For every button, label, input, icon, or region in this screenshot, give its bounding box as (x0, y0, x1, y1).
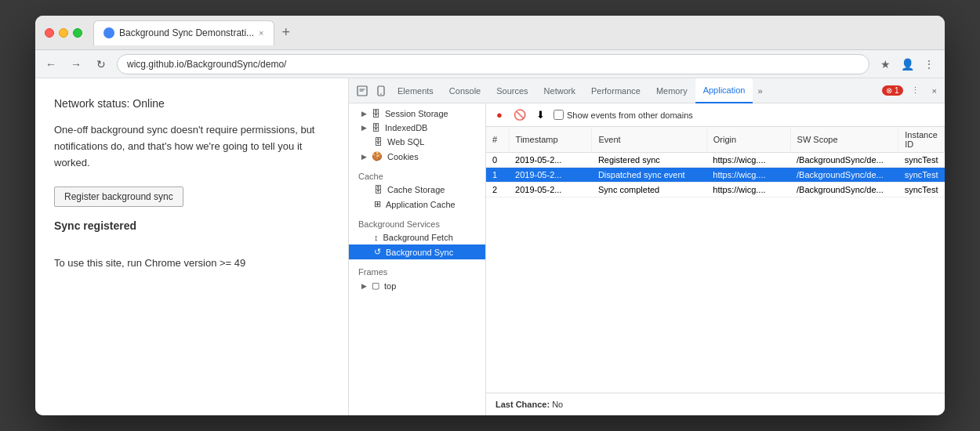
sidebar-icon-cache-storage: 🗄 (374, 185, 383, 194)
col-header-instance-id: Instance ID (898, 127, 945, 153)
bookmark-icon[interactable]: ★ (876, 55, 895, 74)
sidebar-item-indexeddb[interactable]: ▶ 🗄 IndexedDB (349, 121, 485, 135)
arrow-icon: ▶ (361, 282, 367, 290)
sidebar-icon-session: 🗄 (372, 109, 380, 118)
cell-sw-scope: /BackgroundSync/de... (790, 183, 898, 197)
network-status: Network status: Online (54, 97, 329, 110)
sidebar-item-session-storage[interactable]: ▶ 🗄 Session Storage (349, 107, 485, 121)
sidebar-item-cookies[interactable]: ▶ 🍪 Cookies (349, 149, 485, 164)
back-button[interactable]: ← (42, 55, 60, 74)
arrow-icon: ▶ (361, 153, 367, 161)
last-chance-section: Last Chance: No (486, 393, 945, 415)
cell-num: 2 (486, 183, 509, 197)
show-events-text: Show events from other domains (567, 110, 693, 120)
sidebar-icon-frame: ▢ (372, 281, 379, 291)
devtools-panel: Elements Console Sources Network Perform… (349, 78, 945, 415)
tab-console[interactable]: Console (441, 78, 488, 103)
table-row[interactable]: 2 2019-05-2... Sync completed https://wi… (486, 183, 945, 197)
close-button[interactable] (45, 28, 54, 38)
cell-origin: https://wicg.... (706, 153, 790, 168)
arrow-icon: ▶ (361, 110, 367, 118)
devtools-main-panel: ● 🚫 ⬇ Show events from other domains (486, 103, 945, 415)
arrow-icon: ▶ (361, 124, 367, 132)
sync-toolbar: ● 🚫 ⬇ Show events from other domains (486, 103, 945, 127)
storage-section: ▶ 🗄 Session Storage ▶ 🗄 IndexedDB 🗄 (349, 107, 485, 164)
sidebar-label: Cookies (387, 152, 419, 161)
error-badge: ⊗ 1 (882, 85, 902, 96)
forward-button[interactable]: → (67, 55, 85, 74)
sidebar-item-application-cache[interactable]: ⊞ Application Cache (349, 197, 485, 212)
download-button[interactable]: ⬇ (533, 108, 547, 122)
tab-performance[interactable]: Performance (583, 78, 648, 103)
cell-origin: https://wicg.... (706, 168, 790, 183)
profile-icon[interactable]: 👤 (898, 55, 916, 74)
maximize-button[interactable] (73, 28, 82, 38)
sidebar-item-background-sync[interactable]: ↺ Background Sync (349, 244, 485, 259)
sidebar-item-cache-storage[interactable]: 🗄 Cache Storage (349, 183, 485, 197)
cell-sw-scope: /BackgroundSync/de... (790, 168, 898, 183)
sidebar-icon-cookies: 🍪 (372, 151, 383, 161)
sidebar-label: Session Storage (385, 109, 448, 118)
block-button[interactable]: 🚫 (513, 108, 527, 122)
record-button[interactable]: ● (492, 108, 506, 122)
sidebar-item-top-frame[interactable]: ▶ ▢ top (349, 278, 485, 293)
cell-event: Sync completed (592, 183, 706, 197)
url-bar[interactable]: wicg.github.io/BackgroundSync/demo/ (117, 54, 869, 74)
table-header-row: # Timestamp Event Origin SW Scope Instan… (486, 127, 945, 153)
devtools-close-button[interactable]: × (927, 85, 942, 97)
title-bar: Background Sync Demonstrati... × + (35, 16, 945, 50)
cell-timestamp: 2019-05-2... (509, 153, 592, 168)
cell-instance-id: syncTest (898, 183, 945, 197)
refresh-button[interactable]: ↻ (92, 55, 111, 74)
sidebar-label: Application Cache (386, 200, 456, 209)
menu-icon[interactable]: ⋮ (920, 55, 938, 74)
devtools-body: ▶ 🗄 Session Storage ▶ 🗄 IndexedDB 🗄 (349, 103, 945, 415)
col-header-origin: Origin (706, 127, 790, 153)
register-background-sync-button[interactable]: Register background sync (54, 187, 183, 207)
address-bar: ← → ↻ wicg.github.io/BackgroundSync/demo… (35, 50, 945, 78)
cell-timestamp: 2019-05-2... (509, 183, 592, 197)
tab-elements[interactable]: Elements (390, 78, 441, 103)
events-table: # Timestamp Event Origin SW Scope Instan… (486, 127, 945, 197)
cache-group-label: Cache (349, 167, 485, 183)
sidebar-label: IndexedDB (385, 123, 427, 132)
sidebar-icon-websql: 🗄 (374, 137, 383, 147)
show-events-label[interactable]: Show events from other domains (554, 110, 693, 120)
minimize-button[interactable] (59, 28, 68, 38)
tab-application[interactable]: Application (695, 78, 753, 103)
cell-event: Registered sync (592, 153, 706, 168)
cell-instance-id: syncTest (898, 153, 945, 168)
col-header-num: # (486, 127, 509, 153)
new-tab-button[interactable]: + (278, 24, 296, 41)
cell-sw-scope: /BackgroundSync/de... (790, 153, 898, 168)
sidebar-item-background-fetch[interactable]: ↕ Background Fetch (349, 230, 485, 244)
browser-window: Background Sync Demonstrati... × + ← → ↻… (35, 16, 945, 415)
show-events-checkbox[interactable] (554, 110, 564, 120)
devtools-tab-actions: ⊗ 1 ⋮ × (882, 84, 942, 97)
sidebar-item-web-sql[interactable]: 🗄 Web SQL (349, 135, 485, 149)
more-tabs-button[interactable]: » (753, 83, 767, 99)
tab-network[interactable]: Network (536, 78, 583, 103)
description: One-off background sync doesn't require … (54, 122, 329, 171)
frames-section: Frames ▶ ▢ top (349, 263, 485, 293)
tab-sources[interactable]: Sources (488, 78, 535, 103)
tab-close-icon[interactable]: × (259, 28, 263, 38)
devtools-tab-bar: Elements Console Sources Network Perform… (349, 78, 945, 103)
devtools-more-options[interactable]: ⋮ (906, 84, 924, 97)
col-header-sw-scope: SW Scope (790, 127, 898, 153)
cell-origin: https://wicg.... (706, 183, 790, 197)
main-content: Network status: Online One-off backgroun… (35, 78, 945, 415)
col-header-timestamp: Timestamp (509, 127, 592, 153)
chrome-version-notice: To use this site, run Chrome version >= … (54, 257, 329, 269)
bg-services-group-label: Background Services (349, 215, 485, 230)
error-icon: ⊗ (886, 86, 892, 95)
table-row[interactable]: 1 2019-05-2... Dispatched sync event htt… (486, 168, 945, 183)
table-row[interactable]: 0 2019-05-2... Registered sync https://w… (486, 153, 945, 168)
devtools-mobile-icon[interactable] (372, 78, 390, 103)
sidebar-icon-indexeddb: 🗄 (372, 123, 380, 132)
tab-memory[interactable]: Memory (648, 78, 695, 103)
devtools-elements-icon[interactable] (352, 78, 372, 103)
sidebar-label: Cache Storage (387, 185, 445, 194)
traffic-lights (45, 28, 82, 38)
active-tab[interactable]: Background Sync Demonstrati... × (93, 20, 274, 45)
